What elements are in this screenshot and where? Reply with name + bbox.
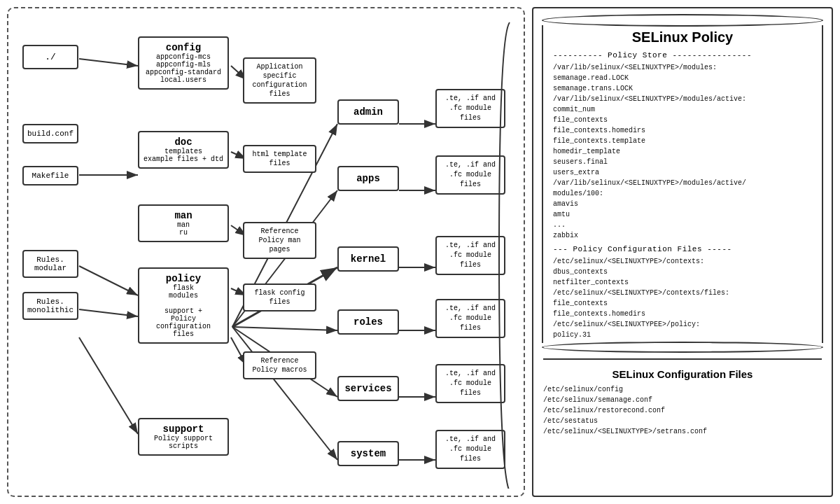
cylinder-bottom: [542, 342, 823, 353]
doc-items: templatesexample files + dtd: [142, 148, 225, 163]
svg-line-2: [79, 59, 138, 66]
rules-modular-box: Rules.modular: [22, 250, 78, 278]
roles-output-box: .te, .if and .fc module files: [435, 299, 505, 338]
config-desc-box: Application specific configuration files: [243, 57, 316, 104]
flask-desc-box: flask config files: [243, 284, 316, 312]
system-output-box: .te, .if and .fc module files: [435, 430, 505, 469]
config-title: config: [142, 42, 225, 53]
root-dir-box: ./: [22, 45, 78, 69]
rules-monolithic-box: Rules.monolithic: [22, 292, 78, 320]
bracket-svg: [496, 15, 517, 489]
support-items: Policy support scripts: [142, 435, 225, 450]
diagram-area: ./ build.conf Makefile Rules.modular Rul…: [7, 7, 525, 497]
doc-subdir-box: doc templatesexample files + dtd: [138, 131, 229, 169]
kernel-module-box: kernel: [337, 246, 399, 272]
kernel-output-box: .te, .if and .fc module files: [435, 236, 505, 275]
policy-items: flaskmodulessupport +Policyconfiguration…: [142, 284, 225, 338]
admin-module-box: admin: [337, 99, 399, 125]
build-conf-box: build.conf: [22, 124, 78, 144]
selinux-config-title: SELinux Configuration Files: [543, 368, 822, 380]
makefile-box: Makefile: [22, 166, 78, 186]
roles-module-box: roles: [337, 309, 399, 335]
policy-config-files: /etc/selinux/<SELINUXTYPE>/contexts: dbu…: [553, 256, 812, 340]
selinux-title: SELinux Policy: [553, 25, 812, 46]
main-container: ./ build.conf Makefile Rules.modular Rul…: [7, 7, 833, 497]
policy-title: policy: [142, 273, 225, 284]
man-items: manru: [142, 221, 225, 237]
svg-line-5: [79, 309, 138, 316]
cylinder-body: SELinux Policy ---------- Policy Store -…: [542, 25, 823, 343]
selinux-config-files: /etc/selinux/config /etc/selinux/semanag…: [543, 384, 822, 437]
config-items: appconfig-mcsappconfig-mlsappconfig-stan…: [142, 53, 225, 84]
admin-output-box: .te, .if and .fc module files: [435, 89, 505, 128]
policy-config-title: --- Policy Configuration Files -----: [553, 245, 812, 253]
policy-subdir-box: policy flaskmodulessupport +Policyconfig…: [138, 267, 229, 344]
man-desc-box: Reference Policy man pages: [243, 222, 316, 259]
svg-line-17: [232, 327, 337, 460]
doc-title: doc: [142, 136, 225, 148]
policy-store-title: ---------- Policy Store ----------------: [553, 51, 812, 59]
services-module-box: services: [337, 376, 399, 401]
apps-module-box: apps: [337, 166, 399, 191]
support-title: support: [142, 424, 225, 435]
svg-line-4: [79, 266, 138, 295]
doc-desc-box: html template files: [243, 145, 316, 173]
svg-line-6: [79, 337, 138, 434]
support-subdir-box: support Policy support scripts: [138, 418, 229, 456]
man-title: man: [142, 210, 225, 221]
man-subdir-box: man manru: [138, 204, 229, 242]
config-subdir-box: config appconfig-mcsappconfig-mlsappconf…: [138, 36, 229, 90]
services-output-box: .te, .if and .fc module files: [435, 364, 505, 403]
divider-line: [543, 358, 822, 360]
apps-output-box: .te, .if and .fc module files: [435, 155, 505, 195]
ref-macros-desc-box: Reference Policy macros: [243, 351, 316, 379]
policy-store-files: /var/lib/selinux/<SELINUXTYPE>/modules: …: [553, 62, 812, 241]
selinux-panel: SELinux Policy ---------- Policy Store -…: [532, 7, 833, 497]
diagram-layout: ./ build.conf Makefile Rules.modular Rul…: [15, 15, 517, 489]
system-module-box: system: [337, 441, 399, 466]
svg-line-15: [232, 327, 337, 330]
